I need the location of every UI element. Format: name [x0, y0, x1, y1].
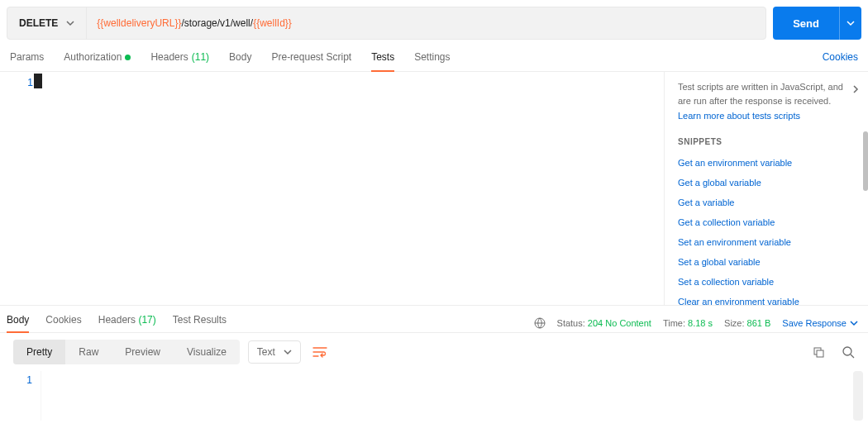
- save-response-button[interactable]: Save Response: [782, 318, 858, 328]
- response-body: 1: [0, 371, 868, 421]
- tab-params[interactable]: Params: [10, 51, 44, 71]
- send-button[interactable]: Send: [773, 7, 839, 40]
- tab-authorization[interactable]: Authorization: [64, 51, 131, 71]
- cookies-link[interactable]: Cookies: [823, 51, 858, 71]
- view-pretty-button[interactable]: Pretty: [13, 340, 65, 364]
- tab-tests[interactable]: Tests: [371, 51, 394, 71]
- response-scrollbar[interactable]: [853, 371, 863, 421]
- wrap-icon: [312, 346, 327, 358]
- snippet-item[interactable]: Get a collection variable: [678, 212, 863, 232]
- send-group: Send: [773, 7, 861, 40]
- tab-prerequest[interactable]: Pre-request Script: [271, 51, 351, 71]
- language-select[interactable]: Text: [248, 340, 301, 364]
- collapse-panel-button[interactable]: [851, 83, 860, 95]
- request-tabs: Params Authorization Headers (11) Body P…: [10, 51, 451, 71]
- send-dropdown-button[interactable]: [839, 7, 861, 40]
- tab-body[interactable]: Body: [229, 51, 251, 71]
- panel-scrollbar[interactable]: [863, 131, 868, 191]
- view-preview-button[interactable]: Preview: [112, 340, 174, 364]
- tests-editor: 1: [0, 72, 665, 305]
- resp-tab-testresults[interactable]: Test Results: [173, 314, 227, 332]
- size-value: 861 B: [747, 318, 771, 328]
- snippet-item[interactable]: Set a collection variable: [678, 272, 863, 292]
- panel-description: Test scripts are written in JavaScript, …: [678, 80, 863, 107]
- svg-point-3: [843, 347, 851, 355]
- response-meta: Status: 204 No Content Time: 8.18 s Size…: [534, 317, 858, 329]
- globe-icon[interactable]: [534, 317, 546, 329]
- snippet-item[interactable]: Set an environment variable: [678, 232, 863, 252]
- time-value: 8.18 s: [688, 318, 713, 328]
- code-area[interactable]: [41, 72, 664, 305]
- tab-settings[interactable]: Settings: [414, 51, 450, 71]
- method-label: DELETE: [19, 17, 58, 29]
- method-select[interactable]: DELETE: [7, 7, 87, 39]
- snippets-panel: Test scripts are written in JavaScript, …: [665, 72, 868, 305]
- line-number: 1: [27, 77, 33, 88]
- snippet-item[interactable]: Clear an environment variable: [678, 292, 863, 305]
- resp-tab-cookies[interactable]: Cookies: [45, 314, 81, 332]
- view-visualize-button[interactable]: Visualize: [174, 340, 240, 364]
- editor-gutter: 1: [0, 72, 41, 305]
- tab-headers[interactable]: Headers (11): [150, 51, 209, 71]
- chevron-down-icon: [847, 19, 855, 27]
- search-icon: [842, 345, 855, 359]
- wrap-lines-button[interactable]: [309, 343, 331, 361]
- resp-tab-headers[interactable]: Headers (17): [98, 314, 156, 332]
- response-toolbar-left: Pretty Raw Preview Visualize Text: [13, 340, 331, 364]
- view-mode-group: Pretty Raw Preview Visualize: [13, 340, 240, 364]
- chevron-right-icon: [851, 83, 860, 95]
- copy-icon: [812, 345, 825, 359]
- chevron-down-icon: [284, 348, 292, 356]
- url-group: DELETE {{welldeliveryURL}}/storage/v1/we…: [7, 7, 766, 40]
- chevron-down-icon: [66, 19, 74, 27]
- response-content[interactable]: [41, 371, 868, 421]
- view-raw-button[interactable]: Raw: [65, 340, 112, 364]
- snippets-heading: SNIPPETS: [678, 137, 863, 146]
- learn-more-link[interactable]: Learn more about tests scripts: [678, 111, 863, 121]
- svg-rect-2: [817, 350, 823, 357]
- status-dot-icon: [125, 55, 131, 60]
- snippet-item[interactable]: Set a global variable: [678, 252, 863, 272]
- url-input[interactable]: {{welldeliveryURL}}/storage/v1/well/{{we…: [87, 7, 765, 39]
- url-variable: {{welldeliveryURL}}: [97, 17, 181, 29]
- url-path: /storage/v1/well/: [181, 17, 253, 29]
- response-gutter: 1: [0, 371, 41, 421]
- response-tabs: Body Cookies Headers (17) Test Results: [7, 314, 227, 332]
- copy-button[interactable]: [812, 345, 825, 359]
- response-toolbar-right: [812, 345, 855, 359]
- chevron-down-icon: [850, 319, 858, 327]
- resp-tab-body[interactable]: Body: [7, 314, 29, 332]
- snippet-item[interactable]: Get a global variable: [678, 173, 863, 193]
- url-variable: {{wellId}}: [253, 17, 292, 29]
- snippet-list: Get an environment variable Get a global…: [678, 153, 863, 305]
- snippet-item[interactable]: Get an environment variable: [678, 153, 863, 173]
- status-value: 204 No Content: [588, 318, 651, 328]
- snippet-item[interactable]: Get a variable: [678, 193, 863, 212]
- vertical-scrollbar[interactable]: [654, 72, 664, 305]
- line-number: 1: [26, 374, 32, 386]
- search-button[interactable]: [842, 345, 855, 359]
